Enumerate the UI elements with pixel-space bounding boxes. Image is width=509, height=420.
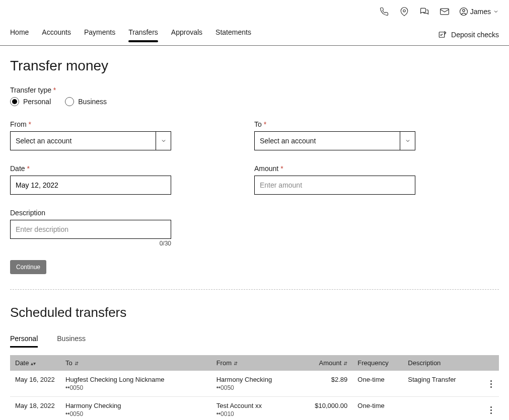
sort-icon: ⇵ <box>234 361 238 366</box>
chat-icon[interactable] <box>419 6 430 17</box>
tab-business[interactable]: Business <box>57 334 86 348</box>
cell-date: May 18, 2022 <box>10 397 60 421</box>
date-label: Date * <box>10 164 179 173</box>
chevron-down-icon <box>156 132 171 150</box>
svg-point-0 <box>403 10 406 12</box>
user-name: James <box>470 8 491 16</box>
col-amount[interactable]: Amount⇵ <box>302 355 352 371</box>
col-frequency[interactable]: Frequency <box>352 355 403 371</box>
cell-to: Harmony Checking ••0050 <box>60 397 211 421</box>
nav-payments[interactable]: Payments <box>84 28 115 41</box>
cell-frequency: One-time <box>352 397 403 421</box>
cell-from: Harmony Checking ••0050 <box>211 371 303 397</box>
col-to[interactable]: To⇵ <box>60 355 211 371</box>
col-from[interactable]: From⇵ <box>211 355 303 371</box>
cell-description: Staging Transfer <box>403 371 483 397</box>
col-description[interactable]: Description <box>403 355 483 371</box>
svg-rect-1 <box>440 9 449 15</box>
scheduled-title: Scheduled transfers <box>10 305 499 320</box>
utility-bar: James <box>0 0 509 19</box>
cell-description <box>403 397 483 421</box>
cell-from: Test Account xx ••0010 <box>211 397 303 421</box>
nav-home[interactable]: Home <box>10 28 29 41</box>
scheduled-table: Date▴▾ To⇵ From⇵ Amount⇵ Frequency Descr… <box>10 355 499 420</box>
amount-input[interactable] <box>254 176 415 195</box>
svg-point-3 <box>463 10 465 12</box>
location-icon[interactable] <box>399 6 410 17</box>
cell-date: May 16, 2022 <box>10 371 60 397</box>
col-date[interactable]: Date▴▾ <box>10 355 60 371</box>
continue-button[interactable]: Continue <box>10 260 46 274</box>
sort-icon: ⇵ <box>75 361 79 366</box>
chevron-down-icon <box>400 132 415 150</box>
sort-icon: ⇵ <box>343 361 347 366</box>
nav-statements[interactable]: Statements <box>215 28 251 41</box>
from-label: From * <box>10 120 179 128</box>
nav-transfers[interactable]: Transfers <box>128 28 158 41</box>
page-title: Transfer money <box>10 58 499 74</box>
sort-asc-icon: ▴▾ <box>31 361 36 366</box>
description-label: Description <box>10 209 171 217</box>
deposit-checks-link[interactable]: Deposit checks <box>438 30 499 39</box>
cell-amount: $2.89 <box>302 371 352 397</box>
user-icon <box>459 7 468 16</box>
table-row: May 18, 2022 Harmony Checking ••0050 Tes… <box>10 397 499 421</box>
description-counter: 0/30 <box>10 240 171 247</box>
tab-personal[interactable]: Personal <box>10 334 38 348</box>
nav-accounts[interactable]: Accounts <box>42 28 71 41</box>
user-menu[interactable]: James <box>459 7 499 16</box>
date-input[interactable] <box>10 176 171 195</box>
deposit-label: Deposit checks <box>451 31 499 39</box>
phone-icon[interactable] <box>379 6 390 17</box>
radio-business[interactable]: Business <box>65 97 107 106</box>
radio-personal[interactable]: Personal <box>10 97 51 106</box>
row-actions-menu[interactable] <box>488 377 494 391</box>
from-account-select[interactable]: Select an account <box>10 131 171 150</box>
cell-to: Hugfest Checking Long Nickname ••0050 <box>60 371 211 397</box>
to-label: To * <box>254 120 423 128</box>
row-actions-menu[interactable] <box>488 403 494 417</box>
section-divider <box>10 289 499 290</box>
cell-amount: $10,000.00 <box>302 397 352 421</box>
transfer-type-label: Transfer type * <box>10 86 499 94</box>
main-nav: Home Accounts Payments Transfers Approva… <box>0 19 509 46</box>
chevron-down-icon <box>493 9 499 15</box>
description-input[interactable] <box>10 220 171 239</box>
nav-approvals[interactable]: Approvals <box>171 28 202 41</box>
amount-label: Amount * <box>254 164 423 173</box>
cell-frequency: One-time <box>352 371 403 397</box>
mail-icon[interactable] <box>439 6 450 17</box>
table-row: May 16, 2022 Hugfest Checking Long Nickn… <box>10 371 499 397</box>
deposit-icon <box>438 30 447 39</box>
to-account-select[interactable]: Select an account <box>254 131 415 150</box>
